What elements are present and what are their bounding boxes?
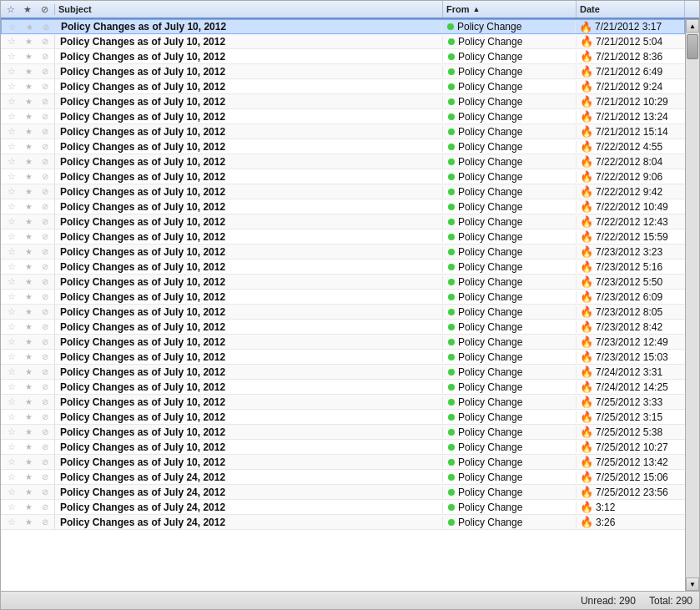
table-row[interactable]: ☆ ★ ⊘ Policy Changes as of July 10, 2012…: [1, 410, 685, 425]
star-icon[interactable]: ☆: [8, 126, 16, 137]
table-row[interactable]: ☆ ★ ⊘ Policy Changes as of July 10, 2012…: [1, 335, 685, 350]
star-icon[interactable]: ☆: [8, 486, 16, 497]
flag-icon[interactable]: ⊘: [42, 472, 48, 481]
table-row[interactable]: ☆ ★ ⊘ Policy Changes as of July 10, 2012…: [1, 64, 685, 79]
tag-icon[interactable]: ★: [25, 352, 33, 361]
tag-icon[interactable]: ★: [25, 217, 33, 226]
tag-icon[interactable]: ★: [25, 292, 33, 301]
star-icon[interactable]: ☆: [8, 141, 16, 152]
table-row[interactable]: ☆ ★ ⊘ Policy Changes as of July 10, 2012…: [1, 365, 685, 380]
tag-icon[interactable]: ★: [25, 427, 33, 436]
tag-icon[interactable]: ★: [25, 487, 33, 497]
flag-icon[interactable]: ⊘: [42, 247, 48, 256]
tag-icon[interactable]: ★: [25, 397, 33, 406]
table-row[interactable]: ☆ ★ ⊘ Policy Changes as of July 10, 2012…: [1, 34, 685, 49]
table-row[interactable]: ☆ ★ ⊘ Policy Changes as of July 10, 2012…: [1, 260, 685, 275]
table-row[interactable]: ☆ ★ ⊘ Policy Changes as of July 10, 2012…: [1, 19, 685, 34]
star-icon[interactable]: ☆: [8, 502, 16, 512]
tag-icon[interactable]: ★: [25, 457, 33, 466]
tag-icon[interactable]: ★: [25, 52, 33, 61]
tag-icon[interactable]: ★: [25, 517, 33, 527]
flag-icon[interactable]: ⊘: [42, 382, 48, 391]
tag-icon[interactable]: ★: [25, 142, 33, 151]
star-icon[interactable]: ☆: [8, 336, 16, 347]
flag-icon[interactable]: ⊘: [42, 322, 48, 331]
flag-icon[interactable]: ⊘: [42, 172, 48, 181]
table-row[interactable]: ☆ ★ ⊘ Policy Changes as of July 10, 2012…: [1, 79, 685, 94]
tag-icon[interactable]: ★: [25, 277, 33, 286]
tag-icon[interactable]: ★: [25, 37, 33, 46]
star-icon[interactable]: ☆: [8, 186, 16, 197]
table-row[interactable]: ☆ ★ ⊘ Policy Changes as of July 10, 2012…: [1, 245, 685, 260]
star-icon[interactable]: ☆: [8, 396, 16, 407]
table-row[interactable]: ☆ ★ ⊘ Policy Changes as of July 10, 2012…: [1, 229, 685, 245]
star-icon[interactable]: ☆: [8, 51, 16, 62]
table-row[interactable]: ☆ ★ ⊘ Policy Changes as of July 10, 2012…: [1, 305, 685, 320]
tag-icon[interactable]: ★: [25, 262, 33, 271]
flag-icon[interactable]: ⊘: [42, 262, 48, 271]
table-row[interactable]: ☆ ★ ⊘ Policy Changes as of July 10, 2012…: [1, 380, 685, 395]
table-row[interactable]: ☆ ★ ⊘ Policy Changes as of July 10, 2012…: [1, 350, 685, 365]
tag-icon[interactable]: ★: [25, 67, 33, 76]
scroll-thumb[interactable]: [687, 34, 698, 59]
flag-icon[interactable]: ⊘: [42, 292, 48, 301]
table-row[interactable]: ☆ ★ ⊘ Policy Changes as of July 24, 2012…: [1, 470, 685, 485]
table-row[interactable]: ☆ ★ ⊘ Policy Changes as of July 10, 2012…: [1, 124, 685, 139]
table-row[interactable]: ☆ ★ ⊘ Policy Changes as of July 10, 2012…: [1, 425, 685, 440]
scroll-track[interactable]: [686, 33, 699, 577]
tag-icon[interactable]: ★: [25, 307, 33, 316]
scroll-down-button[interactable]: ▼: [686, 577, 699, 591]
star-icon[interactable]: ☆: [8, 36, 16, 47]
flag-icon[interactable]: ⊘: [42, 157, 48, 166]
star-icon[interactable]: ☆: [8, 426, 16, 437]
star-icon[interactable]: ☆: [8, 216, 16, 227]
table-row[interactable]: ☆ ★ ⊘ Policy Changes as of July 10, 2012…: [1, 320, 685, 335]
star-icon[interactable]: ☆: [8, 441, 16, 452]
flag-icon[interactable]: ⊘: [42, 232, 48, 241]
table-row[interactable]: ☆ ★ ⊘ Policy Changes as of July 10, 2012…: [1, 94, 685, 109]
table-row[interactable]: ☆ ★ ⊘ Policy Changes as of July 10, 2012…: [1, 154, 685, 169]
flag-icon[interactable]: ⊘: [42, 97, 48, 106]
tag-icon[interactable]: ★: [25, 97, 33, 106]
tag-icon[interactable]: ★: [25, 247, 33, 256]
star-icon[interactable]: ☆: [8, 246, 16, 257]
flag-icon[interactable]: ⊘: [42, 367, 48, 376]
star-icon[interactable]: ☆: [8, 231, 16, 242]
flag-icon[interactable]: ⊘: [42, 307, 48, 316]
table-row[interactable]: ☆ ★ ⊘ Policy Changes as of July 10, 2012…: [1, 184, 685, 199]
from-column-header[interactable]: From ▲: [443, 1, 577, 18]
star-icon[interactable]: ☆: [8, 366, 16, 377]
star-icon[interactable]: ☆: [8, 261, 16, 272]
star-icon[interactable]: ☆: [8, 306, 16, 317]
tag-icon[interactable]: ★: [25, 502, 33, 512]
flag-icon[interactable]: ⊘: [42, 127, 48, 136]
flag-icon[interactable]: ⊘: [42, 517, 48, 527]
tag-icon[interactable]: ★: [25, 442, 33, 451]
subject-column-header[interactable]: Subject: [55, 1, 443, 18]
flag-icon[interactable]: ⊘: [42, 82, 48, 91]
scroll-up-button[interactable]: ▲: [686, 19, 699, 33]
tag-icon[interactable]: ★: [26, 23, 33, 32]
flag-icon[interactable]: ⊘: [42, 337, 48, 346]
tag-icon[interactable]: ★: [25, 82, 33, 91]
table-row[interactable]: ☆ ★ ⊘ Policy Changes as of July 10, 2012…: [1, 455, 685, 470]
vertical-scrollbar[interactable]: ▲ ▼: [685, 19, 699, 591]
table-row[interactable]: ☆ ★ ⊘ Policy Changes as of July 10, 2012…: [1, 395, 685, 410]
tag-icon[interactable]: ★: [25, 202, 33, 211]
date-column-header[interactable]: Date: [577, 1, 685, 18]
flag-icon[interactable]: ⊘: [42, 502, 48, 512]
table-row[interactable]: ☆ ★ ⊘ Policy Changes as of July 10, 2012…: [1, 169, 685, 184]
flag-icon[interactable]: ⊘: [42, 352, 48, 361]
tag-icon[interactable]: ★: [25, 127, 33, 136]
star-icon[interactable]: ☆: [8, 171, 16, 182]
star-icon[interactable]: ☆: [8, 66, 16, 77]
flag-icon[interactable]: ⊘: [42, 397, 48, 406]
star-icon[interactable]: ☆: [8, 111, 16, 122]
star-icon[interactable]: ☆: [8, 517, 16, 527]
flag-icon[interactable]: ⊘: [42, 142, 48, 151]
flag-icon[interactable]: ⊘: [42, 412, 48, 421]
star-icon[interactable]: ☆: [8, 156, 16, 167]
flag-icon[interactable]: ⊘: [42, 442, 48, 451]
flag-icon[interactable]: ⊘: [42, 187, 48, 196]
flag-icon[interactable]: ⊘: [42, 112, 48, 121]
